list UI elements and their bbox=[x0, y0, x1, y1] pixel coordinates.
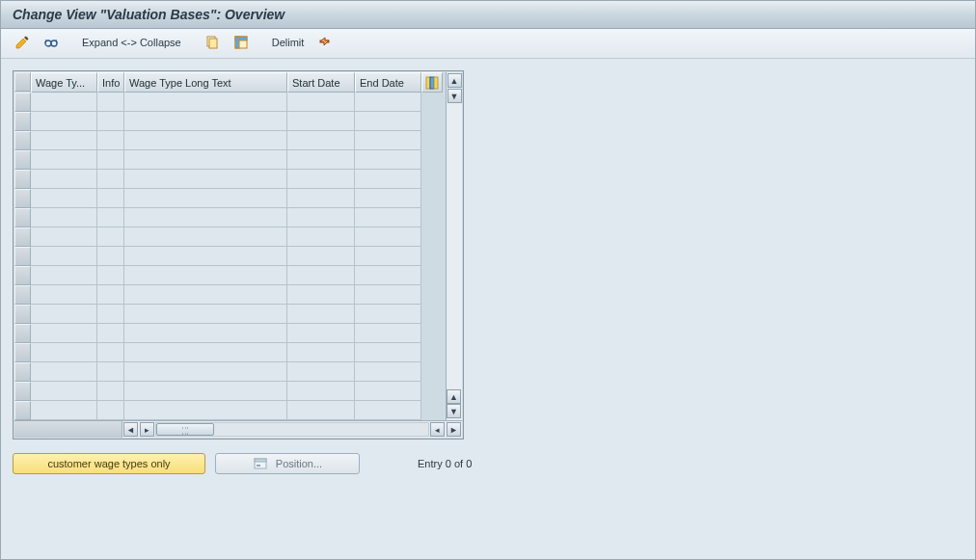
row-selector[interactable] bbox=[14, 285, 31, 305]
table-row[interactable] bbox=[14, 343, 462, 362]
data-cell[interactable] bbox=[124, 324, 287, 343]
table-row[interactable] bbox=[14, 305, 462, 324]
table-row[interactable] bbox=[14, 401, 462, 420]
data-cell[interactable] bbox=[355, 324, 421, 343]
table-row[interactable] bbox=[14, 208, 462, 227]
table-row[interactable] bbox=[14, 266, 462, 285]
data-cell[interactable] bbox=[124, 112, 287, 131]
select-all-icon[interactable] bbox=[230, 33, 253, 52]
row-selector[interactable] bbox=[14, 189, 31, 208]
data-cell[interactable] bbox=[355, 227, 421, 247]
data-cell[interactable] bbox=[287, 208, 355, 227]
data-cell[interactable] bbox=[287, 150, 355, 170]
data-cell[interactable] bbox=[124, 401, 287, 420]
data-cell[interactable] bbox=[31, 131, 97, 150]
delete-icon[interactable] bbox=[313, 33, 337, 52]
scroll-right-icon[interactable]: ◂ bbox=[430, 422, 445, 437]
row-selector[interactable] bbox=[14, 150, 31, 170]
scroll-down-icon[interactable]: ▼ bbox=[447, 404, 461, 418]
data-cell[interactable] bbox=[31, 112, 97, 131]
data-cell[interactable] bbox=[355, 208, 421, 227]
data-cell[interactable] bbox=[97, 150, 124, 170]
data-cell[interactable] bbox=[287, 170, 355, 189]
position-button[interactable]: Position... bbox=[215, 453, 360, 474]
data-cell[interactable] bbox=[97, 112, 124, 131]
data-cell[interactable] bbox=[124, 285, 287, 305]
data-cell[interactable] bbox=[31, 227, 97, 247]
data-cell[interactable] bbox=[124, 150, 287, 170]
data-cell[interactable] bbox=[31, 305, 97, 324]
data-cell[interactable] bbox=[124, 266, 287, 285]
table-row[interactable] bbox=[14, 227, 462, 247]
row-selector[interactable] bbox=[14, 131, 31, 150]
scroll-up-icon[interactable]: ▲ bbox=[447, 73, 462, 88]
data-cell[interactable] bbox=[287, 266, 355, 285]
data-cell[interactable] bbox=[97, 266, 124, 285]
row-selector[interactable] bbox=[14, 266, 31, 285]
data-cell[interactable] bbox=[355, 401, 421, 420]
data-cell[interactable] bbox=[355, 93, 421, 112]
row-selector[interactable] bbox=[14, 170, 31, 189]
data-cell[interactable] bbox=[31, 343, 97, 362]
data-cell[interactable] bbox=[355, 285, 421, 305]
data-cell[interactable] bbox=[31, 362, 97, 382]
data-cell[interactable] bbox=[97, 131, 124, 150]
edit-icon[interactable] bbox=[11, 33, 34, 52]
data-cell[interactable] bbox=[124, 305, 287, 324]
table-row[interactable] bbox=[14, 382, 462, 401]
data-cell[interactable] bbox=[287, 93, 355, 112]
table-row[interactable] bbox=[14, 112, 462, 131]
data-cell[interactable] bbox=[287, 343, 355, 362]
column-header-info[interactable]: Info bbox=[97, 72, 124, 93]
data-cell[interactable] bbox=[31, 170, 97, 189]
data-cell[interactable] bbox=[287, 247, 355, 266]
table-row[interactable] bbox=[14, 285, 462, 305]
data-cell[interactable] bbox=[355, 189, 421, 208]
data-cell[interactable] bbox=[31, 401, 97, 420]
table-row[interactable] bbox=[14, 150, 462, 170]
data-cell[interactable] bbox=[97, 401, 124, 420]
data-cell[interactable] bbox=[287, 112, 355, 131]
data-cell[interactable] bbox=[31, 324, 97, 343]
data-cell[interactable] bbox=[31, 208, 97, 227]
row-selector[interactable] bbox=[14, 305, 31, 324]
data-cell[interactable] bbox=[97, 305, 124, 324]
table-row[interactable] bbox=[14, 93, 462, 112]
data-cell[interactable] bbox=[355, 362, 421, 382]
horizontal-scrollbar[interactable]: ◄ ▸ ◂ ► bbox=[14, 420, 462, 438]
data-cell[interactable] bbox=[355, 112, 421, 131]
scroll-thumb-top[interactable]: ▼ bbox=[447, 89, 462, 103]
row-selector[interactable] bbox=[14, 227, 31, 247]
table-row[interactable] bbox=[14, 170, 462, 189]
table-row[interactable] bbox=[14, 324, 462, 343]
glasses-icon[interactable] bbox=[40, 33, 63, 52]
row-selector[interactable] bbox=[14, 247, 31, 266]
row-selector[interactable] bbox=[14, 93, 31, 112]
data-cell[interactable] bbox=[355, 266, 421, 285]
data-cell[interactable] bbox=[287, 382, 355, 401]
data-cell[interactable] bbox=[287, 189, 355, 208]
column-header-end-date[interactable]: End Date bbox=[355, 72, 421, 93]
data-cell[interactable] bbox=[124, 131, 287, 150]
data-cell[interactable] bbox=[287, 401, 355, 420]
data-cell[interactable] bbox=[124, 227, 287, 247]
data-cell[interactable] bbox=[124, 208, 287, 227]
column-header-start-date[interactable]: Start Date bbox=[287, 72, 355, 93]
delimit-button[interactable]: Delimit bbox=[268, 37, 309, 48]
data-cell[interactable] bbox=[124, 170, 287, 189]
row-selector[interactable] bbox=[14, 401, 31, 420]
data-cell[interactable] bbox=[355, 343, 421, 362]
data-cell[interactable] bbox=[124, 343, 287, 362]
column-header-long-text[interactable]: Wage Type Long Text bbox=[124, 72, 287, 93]
data-cell[interactable] bbox=[31, 247, 97, 266]
data-cell[interactable] bbox=[287, 227, 355, 247]
data-cell[interactable] bbox=[124, 247, 287, 266]
data-cell[interactable] bbox=[31, 382, 97, 401]
data-cell[interactable] bbox=[355, 247, 421, 266]
data-cell[interactable] bbox=[287, 362, 355, 382]
row-selector[interactable] bbox=[14, 112, 31, 131]
data-cell[interactable] bbox=[287, 305, 355, 324]
data-cell[interactable] bbox=[97, 324, 124, 343]
data-cell[interactable] bbox=[124, 189, 287, 208]
data-cell[interactable] bbox=[97, 208, 124, 227]
